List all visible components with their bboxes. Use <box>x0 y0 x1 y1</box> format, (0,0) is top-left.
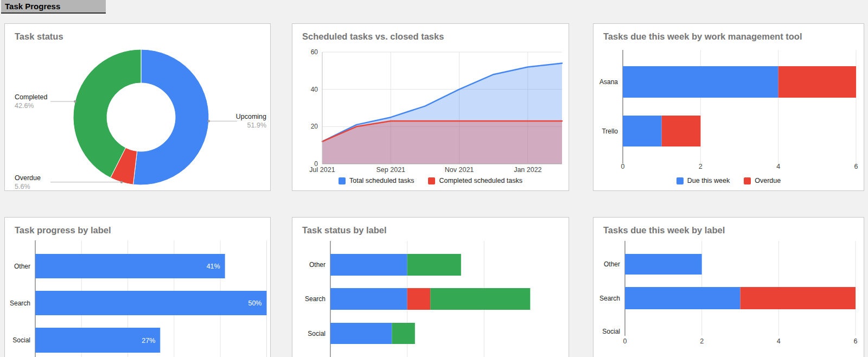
chart-title-task-status: Task status <box>15 31 63 42</box>
bar-segment[interactable] <box>778 66 856 98</box>
chart-text: 0 <box>623 337 627 345</box>
card-due-by-tool: Tasks due this week by work management t… <box>593 23 864 191</box>
bar-segment[interactable] <box>430 288 530 310</box>
sheet-tab-task-progress[interactable]: Task Progress <box>1 0 106 14</box>
chart-text: Nov 2021 <box>445 166 474 174</box>
legend-item-total-scheduled: Total scheduled tasks <box>339 177 414 184</box>
callout-dot <box>74 100 76 103</box>
bar-segment[interactable] <box>392 323 415 344</box>
bar-segment[interactable] <box>625 254 702 275</box>
chart-text: 2 <box>700 337 704 345</box>
chart-title-progress-by-label: Task progress by label <box>15 225 111 235</box>
chart-text: Other <box>604 260 620 268</box>
bar-segment[interactable] <box>662 116 701 146</box>
due-by-label-bar-chart[interactable]: OtherSearchSocial0246 <box>593 218 864 357</box>
chart-text: Completed <box>15 93 47 101</box>
chart-text: 6 <box>854 337 858 345</box>
chart-text: 50% <box>248 299 261 307</box>
bar-segment[interactable] <box>407 288 431 310</box>
task-status-donut-chart[interactable]: Upcoming51.9%Overdue5.6%Completed42.6% <box>5 24 270 190</box>
legend-swatch-red <box>428 177 435 184</box>
chart-title-due-by-label: Tasks due this week by label <box>603 225 725 235</box>
bar-segment[interactable] <box>330 288 407 310</box>
bar-segment[interactable] <box>407 254 461 276</box>
legend-item-overdue: Overdue <box>744 177 781 184</box>
chart-text: 60 <box>311 48 318 56</box>
card-progress-by-label: Task progress by label Other41%Search50%… <box>4 217 271 357</box>
chart-text: 51.9% <box>247 122 266 129</box>
chart-text: 4 <box>777 337 781 345</box>
chart-text: 42.6% <box>15 102 34 110</box>
legend-item-completed-scheduled: Completed scheduled tasks <box>428 177 522 184</box>
legend-swatch-blue <box>676 177 684 184</box>
chart-text: Sep 2021 <box>376 166 406 174</box>
chart-text: Other <box>309 261 326 269</box>
chart-text: Jul 2021 <box>309 166 335 174</box>
chart-title-status-by-label: Task status by label <box>302 225 387 235</box>
chart-text: 2 <box>699 163 703 170</box>
progress-by-label-bar-chart[interactable]: Other41%Search50%Social27% <box>5 218 270 357</box>
chart-text: Search <box>305 295 326 303</box>
bar-segment[interactable] <box>330 254 407 276</box>
bar-segment[interactable] <box>623 116 662 146</box>
card-task-status: Task status Upcoming51.9%Overdue5.6%Comp… <box>4 23 271 191</box>
chart-text: 6 <box>854 163 858 170</box>
legend-label: Due this week <box>687 177 730 184</box>
chart-text: Trello <box>602 127 618 135</box>
scheduled-vs-closed-area-chart[interactable]: 0204060Jul 2021Sep 2021Nov 2021Jan 2022 <box>292 24 569 175</box>
legend-swatch-blue <box>339 177 346 184</box>
legend-label: Total scheduled tasks <box>349 177 414 184</box>
bar-segment[interactable] <box>330 323 392 344</box>
bar-segment[interactable] <box>625 287 741 309</box>
chart-text: 0 <box>621 163 625 170</box>
chart-title-due-by-tool: Tasks due this week by work management t… <box>603 31 802 42</box>
chart-text: 40 <box>311 86 318 93</box>
chart-text: Social <box>308 330 326 337</box>
legend-label: Overdue <box>755 177 781 184</box>
chart-text: Upcoming <box>236 113 266 120</box>
legend-item-due-this-week: Due this week <box>676 177 730 184</box>
bar-segment[interactable] <box>35 254 225 278</box>
area-fill <box>322 121 562 164</box>
legend-scheduled-vs-closed: Total scheduled tasks Completed schedule… <box>292 176 569 185</box>
due-by-tool-bar-chart[interactable]: AsanaTrello0246 <box>593 24 864 175</box>
card-status-by-label: Task status by label OtherSearchSocial <box>292 217 569 357</box>
chart-text: 27% <box>142 337 155 345</box>
callout-dot <box>207 120 210 123</box>
status-by-label-bar-chart[interactable]: OtherSearchSocial <box>292 218 569 357</box>
legend-due-by-tool: Due this week Overdue <box>593 176 864 185</box>
chart-text: Social <box>602 328 620 335</box>
chart-text: 20 <box>311 123 318 130</box>
donut-slice-upcoming[interactable] <box>133 49 209 185</box>
chart-title-scheduled-vs-closed: Scheduled tasks vs. closed tasks <box>302 31 444 42</box>
chart-text: Jan 2022 <box>514 166 541 174</box>
chart-text: Asana <box>599 78 618 86</box>
chart-text: Other <box>14 263 30 270</box>
legend-label: Completed scheduled tasks <box>439 177 522 184</box>
bar-segment[interactable] <box>35 291 266 315</box>
chart-text: Social <box>12 336 30 344</box>
card-due-by-label: Tasks due this week by label OtherSearch… <box>593 217 864 357</box>
chart-text: Search <box>599 295 620 302</box>
sheet-tab-label: Task Progress <box>5 2 60 11</box>
legend-swatch-red <box>744 177 751 184</box>
chart-text: 5.6% <box>15 183 30 190</box>
chart-text: 4 <box>776 163 780 170</box>
bar-segment[interactable] <box>623 66 778 98</box>
chart-text: Overdue <box>15 174 41 182</box>
chart-text: 41% <box>207 263 220 270</box>
chart-text: Search <box>10 299 30 307</box>
bar-segment[interactable] <box>741 287 856 309</box>
card-scheduled-vs-closed: Scheduled tasks vs. closed tasks 0204060… <box>292 23 569 191</box>
callout-dot <box>120 181 123 183</box>
